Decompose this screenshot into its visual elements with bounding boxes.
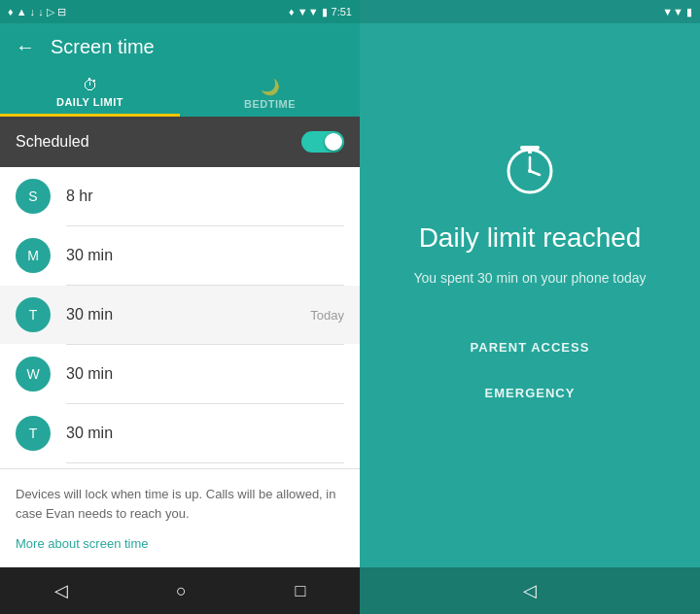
day-item-tuesday[interactable]: T 30 min Today [0, 286, 360, 344]
today-label: Today [310, 308, 344, 323]
recents-nav-icon[interactable]: □ [287, 573, 313, 609]
day-circle-t1: T [16, 297, 51, 332]
timer-icon [499, 136, 561, 198]
toggle-thumb [325, 133, 342, 151]
scheduled-label: Scheduled [16, 133, 89, 151]
day-item-sunday[interactable]: S 8 hr [0, 167, 360, 225]
day-time-m: 30 min [66, 247, 344, 264]
status-bar-right: ▼▼ ▮ [360, 0, 700, 23]
scheduled-row: Scheduled [0, 117, 360, 167]
daily-limit-icon: ⏱ [83, 77, 98, 94]
status-right-icons: ♦ ▼▼ ▮ 7:51 [289, 6, 352, 18]
note-text: Devices will lock when time is up. Calls… [16, 485, 344, 523]
bedtime-label: BEDTIME [244, 98, 296, 110]
status-right-bar-content: ▼▼ ▮ [662, 6, 692, 18]
svg-point-5 [528, 169, 532, 173]
more-link[interactable]: More about screen time [16, 536, 149, 551]
bottom-note: Devices will lock when time is up. Calls… [0, 468, 360, 567]
tab-bedtime[interactable]: 🌙 BEDTIME [180, 70, 360, 117]
back-nav-icon[interactable]: ◁ [47, 572, 76, 609]
limit-reached-subtitle: You spent 30 min on your phone today [413, 270, 646, 286]
tabs-row: ⏱ DAILY LIMIT 🌙 BEDTIME [0, 70, 360, 117]
page-title: Screen time [51, 36, 155, 58]
right-content: Daily limit reached You spent 30 min on … [360, 23, 700, 567]
scheduled-toggle[interactable] [301, 131, 344, 153]
back-button[interactable]: ← [16, 36, 35, 58]
right-panel: ▼▼ ▮ Daily limit reached You spent 30 mi… [360, 0, 700, 614]
tab-daily-limit[interactable]: ⏱ DAILY LIMIT [0, 70, 180, 117]
day-time-t2: 30 min [66, 425, 344, 442]
right-actions: PARENT ACCESS EMERGENCY [455, 332, 606, 408]
day-circle-m: M [16, 238, 51, 273]
day-circle-s1: S [16, 179, 51, 214]
back-nav-right-icon[interactable]: ◁ [523, 580, 537, 601]
status-bar-left: ♦ ▲ ↓ ↓ ▷ ⊟ ♦ ▼▼ ▮ 7:51 [0, 0, 360, 23]
nav-bar-right: ◁ [360, 567, 700, 614]
svg-rect-2 [528, 150, 532, 154]
day-time-s1: 8 hr [66, 188, 344, 205]
title-row: ← Screen time [0, 23, 360, 70]
nav-bar-left: ◁ ○ □ [0, 567, 360, 614]
bedtime-icon: 🌙 [261, 78, 280, 96]
day-item-monday[interactable]: M 30 min [0, 226, 360, 285]
left-panel: ♦ ▲ ↓ ↓ ▷ ⊟ ♦ ▼▼ ▮ 7:51 ← Screen time ⏱ … [0, 0, 360, 614]
day-item-thursday[interactable]: T 30 min [0, 404, 360, 462]
day-list: S 8 hr M 30 min T 30 min Today W 30 min … [0, 167, 360, 468]
day-item-wednesday[interactable]: W 30 min [0, 345, 360, 403]
home-nav-icon[interactable]: ○ [168, 573, 194, 609]
svg-rect-1 [520, 146, 540, 150]
emergency-button[interactable]: EMERGENCY [470, 378, 591, 408]
clock: 7:51 [332, 6, 352, 17]
daily-limit-label: DAILY LIMIT [56, 96, 123, 108]
day-time-t1: 30 min [66, 306, 295, 324]
day-time-w: 30 min [66, 365, 344, 383]
parent-access-button[interactable]: PARENT ACCESS [455, 332, 606, 362]
day-circle-t2: T [16, 416, 51, 451]
limit-reached-title: Daily limit reached [419, 222, 642, 255]
day-circle-w: W [16, 357, 51, 392]
left-header: ← Screen time ⏱ DAILY LIMIT 🌙 BEDTIME [0, 23, 360, 117]
status-left-icons: ♦ ▲ ↓ ↓ ▷ ⊟ [8, 6, 66, 18]
